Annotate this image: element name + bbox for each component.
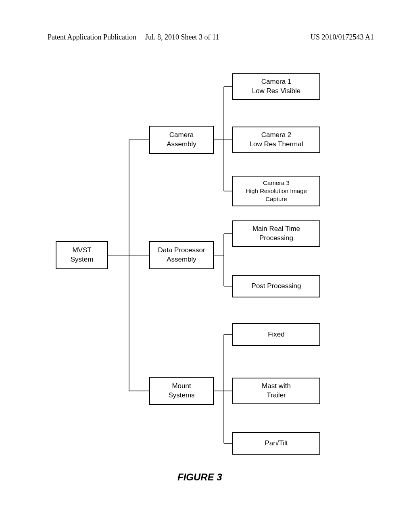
box-pan-tilt: Pan/Tilt xyxy=(232,432,320,455)
box-label: Main Real TimeProcessing xyxy=(252,224,300,243)
box-camera-assembly: CameraAssembly xyxy=(149,126,214,154)
box-main-realtime-processing: Main Real TimeProcessing xyxy=(232,220,320,247)
box-camera-2: Camera 2Low Res Thermal xyxy=(232,127,320,153)
box-mount-systems: MountSystems xyxy=(149,377,214,405)
box-label: Mast withTrailer xyxy=(262,382,291,400)
box-data-processor-assembly: Data ProcessorAssembly xyxy=(149,241,214,269)
box-label: MVSTSystem xyxy=(71,246,94,264)
box-camera-3: Camera 3High Resolution ImageCapture xyxy=(232,176,320,206)
box-mast-with-trailer: Mast withTrailer xyxy=(232,378,320,404)
box-post-processing: Post Processing xyxy=(232,275,320,297)
box-label: Post Processing xyxy=(252,282,301,291)
box-label: Fixed xyxy=(268,330,285,339)
diagram-figure: MVSTSystem CameraAssembly Data Processor… xyxy=(0,0,413,532)
box-camera-1: Camera 1Low Res Visible xyxy=(232,73,320,100)
box-label: CameraAssembly xyxy=(167,131,196,149)
box-fixed: Fixed xyxy=(232,323,320,346)
box-label: Camera 1Low Res Visible xyxy=(252,77,301,96)
box-label: Pan/Tilt xyxy=(265,439,288,448)
figure-caption: FIGURE 3 xyxy=(177,472,222,483)
box-label: Camera 2Low Res Thermal xyxy=(250,131,303,149)
box-mvst-system: MVSTSystem xyxy=(56,241,108,269)
box-label: Camera 3High Resolution ImageCapture xyxy=(246,179,307,204)
box-label: MountSystems xyxy=(168,382,194,400)
box-label: Data ProcessorAssembly xyxy=(158,246,205,264)
